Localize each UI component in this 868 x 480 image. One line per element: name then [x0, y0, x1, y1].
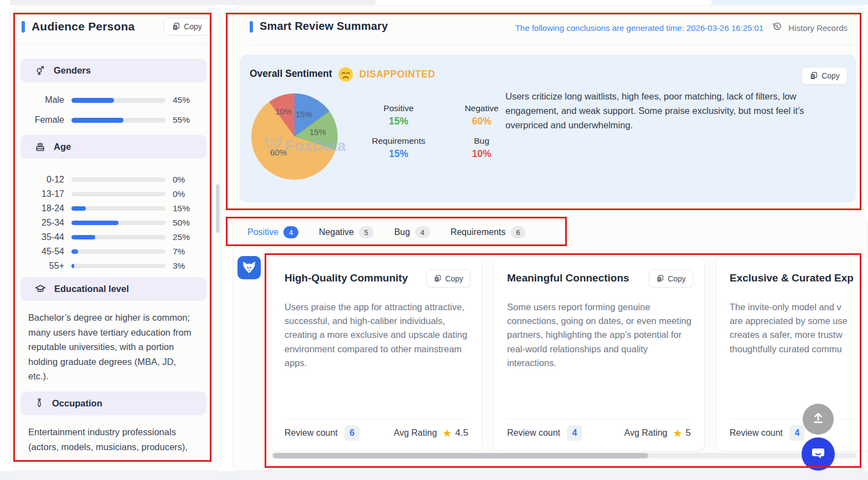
persona-bar-value: 0% — [166, 189, 185, 199]
persona-bar-track — [71, 206, 166, 211]
avg-rating-label: Avg Rating — [624, 428, 668, 438]
stat-value: 15% — [357, 116, 440, 127]
card-body-text: The invite-only model and v are apprecia… — [730, 300, 868, 356]
persona-row: 45-54 7% — [28, 246, 204, 258]
review-count-badge: 4 — [567, 425, 582, 441]
smart-review-meta: The following conclusions are generated … — [515, 22, 848, 34]
top-strip-blue — [711, 0, 868, 5]
age-label: Age — [54, 142, 71, 152]
card-footer: Review count 6 Avg Rating ★ 4.5 — [285, 424, 468, 442]
tab-label: Requirements — [451, 227, 506, 237]
persona-row: Male 45% — [28, 94, 204, 106]
fox-logo-icon — [237, 256, 261, 279]
persona-bar-label: Male — [28, 95, 71, 105]
section-header-age: Age — [20, 135, 206, 159]
review-topic-card: High-Quality Community Copy Users praise… — [271, 257, 482, 451]
top-strip-gray — [10, 0, 375, 5]
persona-bar-value: 25% — [166, 232, 190, 242]
summary-copy-button[interactable]: Copy — [802, 67, 848, 85]
tab-count-badge: 4 — [415, 226, 430, 238]
persona-bar-track — [71, 178, 166, 182]
review-count-label: Review count — [730, 428, 783, 438]
copy-button-label: Copy — [822, 71, 840, 80]
persona-row: 25-34 50% — [28, 217, 204, 229]
persona-bar-value: 3% — [166, 261, 185, 271]
smart-review-title: Smart Review Summary — [260, 20, 388, 33]
persona-bar-label: 18-24 — [28, 204, 71, 213]
persona-bar-label: 55+ — [28, 261, 71, 271]
pie-slice-label: 15% — [309, 127, 326, 137]
review-count-label: Review count — [507, 428, 560, 438]
education-label: Educational level — [54, 284, 129, 294]
tab-negative[interactable]: Negative 5 — [319, 226, 374, 238]
card-body-line: are appreciated by some use — [730, 314, 868, 328]
cards-horizontal-scrollbar[interactable] — [272, 453, 856, 458]
title-accent-bar — [250, 21, 253, 33]
persona-bar-value: 7% — [166, 247, 185, 257]
chat-support-button[interactable] — [802, 437, 835, 471]
copy-icon — [172, 22, 180, 31]
review-topic-card: Meaningful Connections Copy Some users r… — [493, 257, 705, 451]
tab-requirements[interactable]: Requirements 6 — [451, 226, 526, 238]
section-header-genders: Genders — [20, 59, 206, 82]
smart-review-panel: Smart Review Summary The following concl… — [232, 6, 868, 210]
title-accent-bar — [22, 21, 25, 33]
stat-bug: Bug 10% — [440, 136, 523, 160]
copy-icon — [656, 274, 664, 283]
copy-icon — [433, 274, 442, 283]
avg-rating-value: 4.5 — [455, 427, 468, 439]
persona-bar-label: 0-12 — [28, 175, 71, 185]
card-footer: Review count 4 — [730, 424, 868, 442]
card-title: Meaningful Connections — [507, 272, 629, 284]
divider — [507, 419, 691, 419]
pie-slice-label: 60% — [270, 148, 287, 157]
divider — [285, 419, 468, 419]
history-records-link[interactable]: History Records — [788, 23, 848, 33]
chat-icon — [810, 445, 826, 463]
tab-bug[interactable]: Bug 4 — [394, 226, 430, 238]
card-copy-button[interactable]: Copy — [649, 269, 693, 288]
review-topics-panel: Positive 4 Negative 5 Bug 4 Requirements… — [232, 216, 868, 471]
graduation-cap-icon — [35, 284, 46, 295]
review-topic-card: Exclusive & Curated Exp The invite-only … — [716, 257, 868, 451]
history-icon[interactable] — [772, 22, 782, 34]
stat-value: 15% — [357, 148, 440, 160]
cards-scrollbar-thumb[interactable] — [273, 453, 648, 458]
avg-rating-label: Avg Rating — [394, 428, 437, 438]
back-to-top-upload-button[interactable] — [803, 404, 834, 435]
persona-copy-button[interactable]: Copy — [164, 18, 210, 35]
stat-label: Bug — [440, 136, 523, 146]
persona-scrollbar-thumb[interactable] — [216, 184, 220, 233]
copy-button-label: Copy — [445, 274, 463, 283]
review-count-label: Review count — [285, 428, 338, 438]
persona-bar-label: 13-17 — [28, 189, 71, 199]
persona-bar-label: Female — [28, 115, 71, 125]
stat-label: Positive — [357, 103, 440, 113]
pie-slice-label: 15% — [296, 109, 312, 119]
tab-label: Negative — [319, 227, 354, 237]
sentiment-pie — [251, 93, 338, 180]
stat-positive: Positive 15% — [357, 103, 440, 127]
tab-positive[interactable]: Positive 4 — [247, 226, 298, 238]
card-copy-button[interactable]: Copy — [426, 269, 471, 288]
review-count-badge: 4 — [789, 425, 805, 441]
stat-label: Requirements — [357, 136, 440, 146]
persona-row: Female 55% — [28, 114, 204, 126]
persona-bar-track — [71, 235, 166, 239]
sentiment-stats: Positive 15% Negative 60% Requirements 1… — [357, 103, 523, 160]
avg-rating-value: 5 — [686, 427, 691, 439]
copy-icon — [809, 71, 818, 80]
tab-count-badge: 5 — [359, 226, 374, 238]
card-body-text: Users praise the app for attracting attr… — [285, 300, 469, 370]
persona-bar-value: 50% — [166, 218, 190, 228]
review-tabs: Positive 4 Negative 5 Bug 4 Requirements… — [247, 224, 546, 241]
persona-bar-value: 45% — [166, 95, 190, 105]
disappointed-face-icon — [338, 66, 354, 85]
persona-bar-label: 25-34 — [28, 218, 71, 228]
tie-icon — [35, 398, 44, 409]
persona-row: 35-44 25% — [28, 231, 204, 243]
persona-bar-value: 0% — [166, 175, 185, 185]
generated-time-note: The following conclusions are generated … — [515, 23, 764, 33]
tab-label: Positive — [247, 227, 278, 237]
card-footer: Review count 4 Avg Rating ★ 5 — [507, 424, 691, 442]
